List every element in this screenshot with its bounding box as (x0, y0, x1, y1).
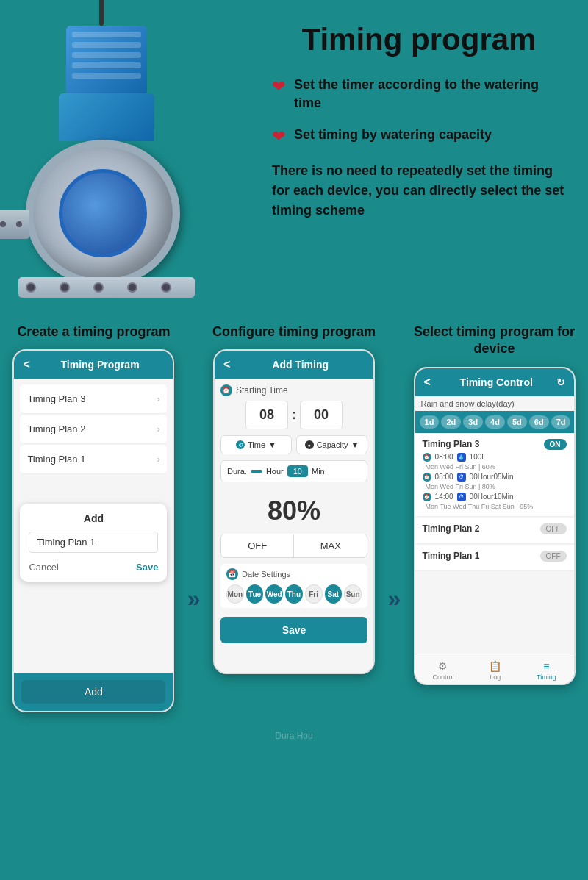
footer-log[interactable]: 📋 Log (489, 660, 501, 681)
day-mon[interactable]: Mon (226, 584, 244, 604)
plan2-label: Timing Plan 2 (27, 423, 85, 434)
time-hour[interactable]: 08 (245, 401, 288, 429)
plan3-toggle[interactable]: ON (544, 439, 567, 450)
detail-cap-1: 💧 (457, 453, 466, 462)
day-tue[interactable]: Tue (246, 584, 264, 604)
plan1-row: Timing Plan 1 OFF (415, 545, 574, 571)
phone-label-3: Select timing program for device (412, 323, 577, 358)
day-sun[interactable]: Sun (344, 584, 362, 604)
capacity-selector-btn[interactable]: ● Capacity ▼ (296, 435, 368, 454)
pill-1d[interactable]: 1d (420, 415, 440, 429)
back-arrow-1[interactable]: < (23, 358, 29, 371)
watermark: Dura Hou (0, 727, 588, 745)
bullet-item-2: ❤ Set timing by watering capacity (272, 126, 566, 146)
refresh-icon[interactable]: ↻ (556, 376, 565, 388)
device-image-area (15, 22, 265, 301)
plan-name-input[interactable] (29, 532, 158, 553)
plan1-toggle[interactable]: OFF (540, 551, 567, 562)
percent-display: 80% (220, 488, 368, 534)
page-title: Timing program (272, 22, 566, 57)
plan1-name: Timing Plan 1 (423, 551, 480, 561)
timing-icon: ≡ (543, 660, 549, 672)
plan2-toggle[interactable]: OFF (540, 523, 567, 534)
dura-highlight[interactable] (251, 470, 262, 473)
plan3-days1: Mon Wed Fri Sun | 60% (423, 463, 567, 471)
list-item-plan1[interactable]: Timing Plan 1 › (20, 445, 167, 474)
duration-row: Dura. Hour 10 Min (220, 460, 368, 482)
dialog-buttons: Cancel Save (29, 562, 158, 573)
plan3-days3: Mon Tue Wed Thu Fri Sat Sun | 95% (423, 503, 567, 510)
time-sel-label: Time (248, 440, 265, 449)
detail-clock-2: ⏰ (423, 473, 431, 482)
off-max-row: OFF MAX (220, 534, 368, 558)
day-thu[interactable]: Thu (285, 584, 303, 604)
footer-log-label: Log (490, 673, 501, 681)
arrow-1: » (187, 323, 201, 712)
phone3-plans-body: Timing Plan 3 ON ⏰ 08:00 💧 100L Mon Wed … (415, 433, 574, 654)
right-info: Timing program ❤ Set the timer according… (265, 22, 566, 221)
day-selector-row: 1d 2d 3d 4d 5d 6d 7d (415, 411, 574, 433)
pill-2d[interactable]: 2d (441, 415, 461, 429)
bullet-text-2: Set timing by watering capacity (294, 126, 492, 144)
footer-control-label: Control (432, 673, 453, 681)
valve-connector (59, 93, 154, 141)
list-item-plan3[interactable]: Timing Plan 3 › (20, 384, 167, 414)
dialog-title: Add (29, 512, 158, 524)
plan3-detail2: ⏰ 08:00 ⏱ 00Hour05Min (423, 473, 567, 482)
day-sat[interactable]: Sat (325, 584, 343, 604)
pill-5d[interactable]: 5d (507, 415, 527, 429)
day-wed[interactable]: Wed (265, 584, 283, 604)
list-item-plan2[interactable]: Timing Plan 2 › (20, 415, 167, 444)
pill-3d[interactable]: 3d (463, 415, 483, 429)
valve-flange (18, 277, 195, 298)
plan3-row: Timing Plan 3 ON ⏰ 08:00 💧 100L Mon Wed … (415, 433, 574, 517)
day-fri[interactable]: Fri (305, 584, 323, 604)
off-button[interactable]: OFF (221, 534, 295, 557)
phone-column-1: Create a timing program < Timing Program… (11, 323, 176, 712)
dura-hour-label: Hour (266, 467, 284, 476)
phone3-header: < Timing Control ↻ (415, 368, 574, 396)
cap-sel-label: Capacity (317, 440, 348, 449)
motor-body (66, 26, 147, 96)
detail-time-3: ⏱ (457, 493, 466, 501)
phone2-header: < Add Timing (215, 351, 373, 379)
bullet-text-1: Set the timer according to the watering … (294, 76, 566, 112)
back-arrow-2[interactable]: < (223, 358, 230, 371)
rain-delay-label: Rain and snow delay(day) (415, 396, 574, 411)
footer-timing-label: Timing (537, 673, 556, 681)
time-separator: : (292, 407, 296, 423)
add-dialog: Add Cancel Save (20, 504, 167, 582)
cancel-button[interactable]: Cancel (29, 562, 58, 573)
description-text: There is no need to repeatedly set the t… (272, 161, 566, 221)
plan2-name: Timing Plan 2 (423, 523, 480, 534)
phone2-header-title: Add Timing (236, 359, 365, 371)
plan3-header: Timing Plan 3 ON (423, 439, 567, 450)
plan3-arrow: › (157, 394, 159, 404)
starting-time-section: ⏰ Starting Time (220, 384, 368, 396)
phone3-footer: ⚙ Control 📋 Log ≡ Timing (415, 654, 574, 684)
pill-4d[interactable]: 4d (485, 415, 505, 429)
time-min[interactable]: 00 (300, 401, 343, 429)
max-button[interactable]: MAX (294, 534, 367, 557)
time-selector-btn[interactable]: ⏱ Time ▼ (220, 435, 292, 454)
plan3-detail1: ⏰ 08:00 💧 100L (423, 453, 567, 462)
detail-clock-3: ⏰ (423, 493, 431, 501)
save-timing-button[interactable]: Save (220, 617, 368, 643)
phone1-header: < Timing Program (14, 351, 173, 379)
pill-6d[interactable]: 6d (529, 415, 549, 429)
phone1-body: Timing Plan 3 › Timing Plan 2 › Timing P… (14, 379, 173, 673)
phone-mockup-2: < Add Timing ⏰ Starting Time 08 : 00 ⏱ (213, 349, 375, 674)
phone-column-2: Configure timing program < Add Timing ⏰ … (212, 323, 377, 712)
date-settings-section: 📅 Date Settings Mon Tue Wed Thu Fri Sat … (220, 564, 368, 608)
footer-timing[interactable]: ≡ Timing (537, 660, 556, 681)
save-button-dialog[interactable]: Save (136, 562, 158, 573)
dura-min-val[interactable]: 10 (287, 465, 308, 477)
footer-control[interactable]: ⚙ Control (432, 660, 453, 681)
phone-column-3: Select timing program for device < Timin… (412, 323, 577, 712)
time-display: 08 : 00 (220, 401, 368, 429)
pill-7d[interactable]: 7d (551, 415, 571, 429)
add-plan-button[interactable]: Add (21, 680, 165, 704)
plan3-days2: Mon Wed Fri Sun | 80% (423, 483, 567, 490)
plan3-label: Timing Plan 3 (27, 393, 85, 404)
back-arrow-3[interactable]: < (424, 376, 431, 389)
